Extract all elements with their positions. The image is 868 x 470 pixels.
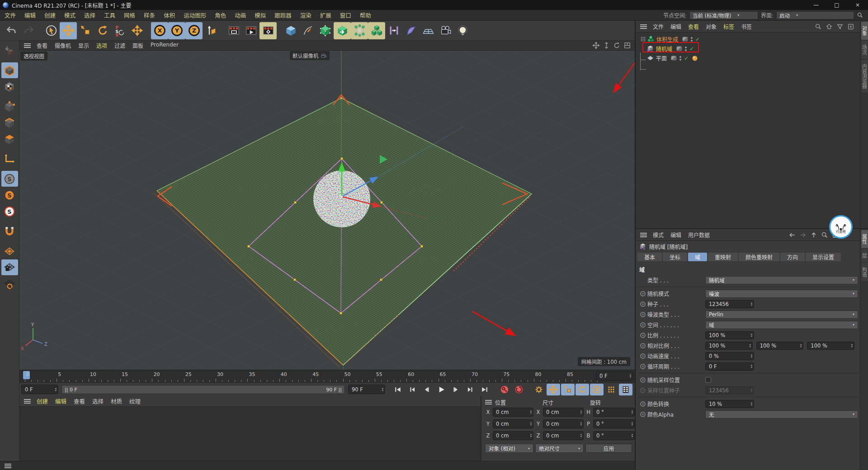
visibility-dots[interactable] (691, 37, 693, 42)
viewport-menu-1[interactable]: 查看 (37, 42, 47, 49)
animation-enable-icon[interactable] (640, 333, 646, 338)
hamburger-icon[interactable] (639, 24, 647, 30)
menubar-item-8[interactable]: 样条 (144, 11, 155, 19)
toolbar-volume-button[interactable] (368, 22, 385, 39)
palette-point-mode-button[interactable] (1, 99, 18, 114)
toolbar-coord-system-button[interactable] (203, 22, 220, 39)
attribute-tab-3[interactable]: 域 (688, 253, 707, 261)
field-dropdown[interactable]: 噪波▾ (705, 290, 858, 298)
toolbar-live-selection-button[interactable] (42, 22, 60, 39)
palette-texture-mode-button[interactable] (1, 79, 18, 94)
hamburger-icon[interactable] (23, 42, 31, 49)
close-button[interactable]: × (847, 0, 868, 10)
toolbar-render-picture-viewer-button[interactable] (242, 22, 259, 39)
animation-enable-icon[interactable] (640, 291, 646, 296)
toolbar-spline-pen-button[interactable] (299, 22, 316, 39)
material-menu-3[interactable]: 查看 (74, 397, 85, 405)
layout-icon[interactable] (623, 42, 631, 49)
am-side-tab-3[interactable]: 构造 (861, 263, 868, 281)
visibility-dot-editor[interactable] (679, 56, 681, 58)
record-scale-button[interactable] (561, 384, 575, 395)
spinner-icon[interactable]: ▴▾ (751, 364, 752, 369)
toolbar-scale-button[interactable] (77, 22, 94, 39)
toolbar-undo-button[interactable] (3, 22, 20, 39)
hamburger-icon[interactable] (4, 463, 12, 469)
palette-make-editable-button[interactable] (1, 42, 18, 58)
position-field-X[interactable]: 0 cm▴▾ (493, 408, 533, 417)
end-frame-field[interactable]: 90 F ▴▾ (348, 385, 385, 394)
menubar-item-4[interactable]: 模式 (64, 11, 75, 19)
field-number[interactable]: 100 %▴▾ (705, 331, 754, 339)
layer-chip[interactable] (682, 37, 688, 42)
menubar-item-16[interactable]: 扩展 (320, 11, 331, 19)
field-number[interactable]: 100 %▴▾ (705, 342, 753, 350)
ruler-frame-field[interactable]: 0 F ▴▾ (596, 371, 633, 381)
om-side-tab-2[interactable]: 场次 (861, 41, 868, 59)
object-manager-menu-5[interactable]: 标签 (723, 23, 734, 30)
prev-key-button[interactable] (406, 384, 419, 395)
animation-enable-icon[interactable] (640, 388, 646, 393)
spinner-icon[interactable]: ▴▾ (580, 410, 582, 414)
toolbar-generator-button[interactable] (334, 22, 351, 39)
rotation-field-B[interactable]: 0 °▴▾ (593, 431, 635, 440)
record-rotation-button[interactable] (576, 384, 589, 395)
toolbar-x-axis-button[interactable]: X (151, 22, 168, 39)
position-field-Z[interactable]: 0 cm▴▾ (493, 431, 533, 440)
palette-workplane-button[interactable] (1, 243, 18, 259)
menubar-item-18[interactable]: 帮助 (360, 11, 371, 19)
goto-end-button[interactable] (478, 384, 491, 395)
tree-collapse-toggle[interactable] (641, 37, 645, 41)
size-field-Z[interactable]: 0 cm▴▾ (543, 431, 584, 440)
rotation-field-P[interactable]: 0 °▴▾ (593, 419, 635, 428)
forward-icon[interactable] (799, 231, 807, 239)
menubar-item-12[interactable]: 动画 (235, 11, 246, 19)
layer-chip[interactable] (671, 56, 677, 61)
spinner-icon[interactable]: ▴▾ (751, 388, 752, 393)
toolbar-redo-button[interactable] (20, 22, 37, 39)
back-icon[interactable] (788, 231, 796, 239)
menubar-item-15[interactable]: 渲染 (300, 11, 311, 19)
next-key-button[interactable] (463, 384, 477, 395)
spinner-icon[interactable]: ▴▾ (751, 354, 752, 358)
up-icon[interactable] (810, 231, 817, 239)
spinner-icon[interactable]: ▴▾ (851, 343, 853, 348)
material-menu-6[interactable]: 纹理 (129, 397, 141, 405)
palette-snap-enable-button[interactable]: S (1, 171, 18, 187)
size-mode-select[interactable]: 绝对尺寸▾ (535, 444, 584, 453)
attribute-tab-1[interactable]: 基本 (637, 253, 662, 261)
home-icon[interactable] (826, 23, 833, 30)
visibility-dot-render[interactable] (691, 40, 693, 42)
apply-button[interactable]: 应用 (585, 444, 632, 453)
object-manager-menu-2[interactable]: 编辑 (670, 23, 681, 30)
toolbar-mograph-button[interactable] (385, 22, 402, 39)
field-number[interactable]: 123456▴▾ (705, 300, 754, 308)
toolbar-camera-button[interactable] (437, 22, 454, 39)
size-field-Y[interactable]: 0 cm▴▾ (543, 419, 584, 428)
rotation-field-H[interactable]: 0 °▴▾ (593, 408, 635, 417)
spinner-icon[interactable]: ▴▾ (530, 433, 532, 438)
toolbar-axis-lock-button[interactable] (128, 22, 146, 39)
viewport-menu-2[interactable]: 摄像机 (55, 42, 71, 49)
search-icon[interactable] (821, 231, 828, 239)
field-dropdown[interactable]: Perlin▾ (705, 310, 858, 319)
toolbar-fields-button[interactable] (402, 22, 420, 39)
hamburger-icon[interactable] (484, 399, 492, 405)
spinner-icon[interactable]: ▴▾ (751, 402, 752, 406)
object-row-plane[interactable]: 平面✓ (636, 53, 868, 63)
size-field-X[interactable]: 0 cm▴▾ (543, 408, 584, 417)
node-space-select[interactable]: 当前 (标准/物理)▾ (689, 11, 758, 19)
keyframe-selection-button[interactable] (532, 384, 546, 395)
object-manager-menu-3[interactable]: 查看 (688, 23, 699, 30)
record-pla-button[interactable] (604, 384, 618, 395)
phong-tag-icon[interactable] (692, 55, 698, 61)
play-button[interactable] (434, 384, 448, 395)
spinner-icon[interactable]: ▴▾ (630, 374, 631, 378)
menubar-item-10[interactable]: 运动图形 (184, 11, 206, 19)
menubar-item-5[interactable]: 选择 (84, 11, 95, 19)
timeline-window-button[interactable] (619, 384, 632, 395)
menubar-item-1[interactable]: 文件 (5, 11, 16, 19)
menubar-item-13[interactable]: 模拟 (255, 11, 266, 19)
toolbar-y-axis-button[interactable]: Y (168, 22, 185, 39)
animation-enable-icon[interactable] (640, 412, 646, 417)
attribute-tab-7[interactable]: 显示设置 (806, 253, 841, 261)
